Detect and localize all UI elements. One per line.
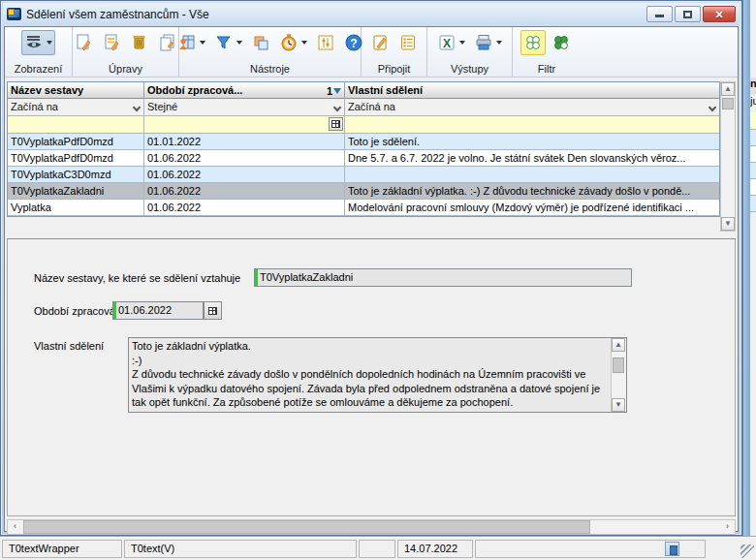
toolbar-group-upravy: Úpravy: [73, 27, 179, 77]
delete-record-button[interactable]: [127, 30, 152, 55]
grid-table: Název sestavy Období zpracová... 1 Vlast…: [7, 81, 720, 217]
sort-arrow-icon: [333, 88, 341, 94]
table-row[interactable]: T0VyplatkaPdfD0mzd01.06.2022Dne 5.7. a 6…: [8, 150, 719, 167]
filter-op-sdeleni[interactable]: Začíná na: [345, 99, 719, 116]
chevron-down-icon: [133, 104, 141, 111]
filter-active-button[interactable]: [520, 30, 546, 55]
stopwatch-icon: [279, 33, 299, 52]
toolbar-group-vystupy: X Výstupy: [427, 27, 513, 77]
overlap-squares-icon: [251, 33, 270, 52]
chevron-down-icon: [236, 41, 242, 45]
attach-note-button[interactable]: [367, 30, 393, 55]
person-grid-icon: [177, 33, 197, 52]
restore-button[interactable]: [675, 6, 701, 22]
scroll-right-button[interactable]: ›: [720, 520, 735, 534]
textarea-scrollbar[interactable]: ▲ ▼: [611, 338, 626, 412]
titlebar[interactable]: Sdělení všem zaměstnancům - Vše ✕: [3, 3, 740, 25]
toolbar-group-zobrazeni: Zobrazení: [5, 27, 73, 77]
settings-button[interactable]: [313, 30, 338, 55]
new-record-button[interactable]: [71, 30, 96, 55]
svg-text:?: ?: [350, 37, 357, 50]
scrollbar-thumb[interactable]: [722, 98, 734, 109]
toolbar-group-label: Zobrazení: [9, 62, 68, 75]
grid-header-row: Název sestavy Období zpracová... 1 Vlast…: [8, 82, 719, 99]
toolbar-group-filtr: Filtr: [513, 27, 581, 77]
window-title: Sdělení všem zaměstnancům - Vše: [26, 8, 642, 21]
statusbar-date: 14.07.2022: [397, 540, 473, 558]
filter-op-obdobi[interactable]: Stejné: [144, 99, 345, 116]
new-record-icon: [74, 33, 93, 52]
filter-input-obdobi[interactable]: [144, 116, 345, 134]
minimize-icon: [655, 15, 664, 17]
filter-input-sdeleni[interactable]: [345, 116, 719, 134]
scroll-up-button[interactable]: ▲: [721, 82, 735, 96]
minimize-button[interactable]: [646, 6, 673, 22]
parent-window-border: [742, 0, 750, 536]
column-header-nazev[interactable]: Název sestavy: [8, 82, 144, 99]
toolbar-group-label: Připojit: [365, 62, 423, 75]
view-mode-button[interactable]: [21, 30, 55, 55]
sliders-icon: [316, 33, 335, 52]
toolbar-group-label: Úpravy: [77, 62, 174, 75]
toolbar-group-pripojit: Připojit: [362, 27, 427, 77]
print-button[interactable]: [471, 30, 505, 55]
records-grid: Název sestavy Období zpracová... 1 Vlast…: [7, 81, 736, 233]
statusbar-field3: [359, 540, 395, 558]
checklist-icon: [398, 33, 418, 52]
toolbar-group-label: Filtr: [517, 62, 577, 75]
nazev-sestavy-field[interactable]: T0VyplatkaZakladni: [254, 268, 632, 287]
edit-record-icon: [102, 33, 121, 52]
filter-apply-button[interactable]: [549, 30, 574, 55]
toolbar-group-nastroje: ? Nástroje: [179, 27, 362, 77]
close-button[interactable]: ✕: [703, 6, 736, 22]
statusbar-panel-button[interactable]: [665, 542, 679, 556]
scroll-down-button[interactable]: ▼: [612, 398, 625, 412]
background-cell-fragment: ju: [750, 95, 756, 112]
obdobi-field[interactable]: 01.06.2022: [112, 301, 204, 320]
attach-list-button[interactable]: [395, 30, 421, 55]
toolbar: Zobrazení: [5, 27, 738, 78]
toolbar-group-label: Výstupy: [431, 62, 508, 75]
calendar-icon: [331, 120, 340, 128]
table-row[interactable]: Vyplatka01.06.2022Modelování pracovní sm…: [8, 200, 719, 216]
chevron-down-icon: [459, 41, 465, 45]
filter-input-row: [8, 116, 719, 134]
statusbar-field1: T0textWrapper: [2, 540, 122, 558]
detail-form: Název sestavy, ke které se sdělení vztah…: [7, 238, 736, 516]
filter-op-nazev[interactable]: Začíná na: [8, 99, 144, 116]
filter-input-nazev[interactable]: [8, 116, 144, 134]
table-row[interactable]: T0VyplatkaPdfD0mzd01.01.2022Toto je sděl…: [8, 134, 719, 150]
background-header-fragment: n: [750, 78, 756, 95]
date-picker-button[interactable]: [329, 117, 343, 131]
sort-indicator: 1: [327, 83, 341, 99]
column-header-obdobi[interactable]: Období zpracová... 1: [144, 82, 345, 99]
svg-text:X: X: [443, 37, 451, 50]
scheduler-button[interactable]: [276, 30, 310, 55]
filter-tools-button[interactable]: [211, 30, 245, 55]
compare-button[interactable]: [248, 30, 273, 55]
scroll-down-button[interactable]: ▼: [721, 217, 735, 231]
note-pencil-icon: [370, 33, 390, 52]
export-excel-button[interactable]: X: [434, 30, 468, 55]
obdobi-date-picker-button[interactable]: [204, 301, 222, 320]
resize-grip[interactable]: [740, 544, 754, 558]
scrollbar-thumb[interactable]: [23, 520, 590, 534]
scroll-up-button[interactable]: ▲: [612, 338, 625, 352]
table-row-selected[interactable]: T0VyplatkaZakladni01.06.2022Toto je zákl…: [8, 183, 719, 200]
chevron-down-icon: [301, 41, 307, 45]
column-header-sdeleni[interactable]: Vlastní sdělení: [345, 82, 719, 99]
scroll-left-button[interactable]: ‹: [8, 520, 22, 534]
data-tools-button[interactable]: [174, 30, 208, 55]
statusbar: T0textWrapper T0text(V) 14.07.2022: [0, 536, 756, 560]
sdeleni-label: Vlastní sdělení: [34, 340, 104, 352]
help-icon: ?: [344, 33, 363, 52]
horizontal-scrollbar[interactable]: ‹ ›: [7, 519, 736, 535]
eye-view-icon: [24, 33, 44, 52]
scrollbar-thumb[interactable]: [613, 358, 624, 373]
sdeleni-textarea[interactable]: Toto je základní výplatka. :-) Z důvodu …: [128, 337, 627, 413]
filter-operator-row: Začíná na Stejné Začíná na: [8, 99, 719, 116]
grid-vertical-scrollbar[interactable]: ▲ ▼: [720, 81, 736, 232]
table-row[interactable]: T0VyplatkaC3D0mzd01.06.2022: [8, 167, 719, 183]
edit-record-button[interactable]: [99, 30, 124, 55]
trash-icon: [130, 33, 149, 52]
